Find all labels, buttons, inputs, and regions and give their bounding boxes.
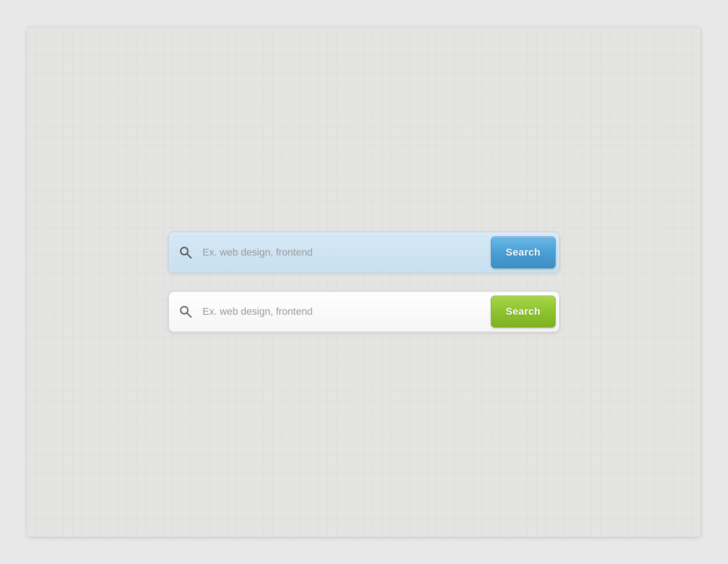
watermark [27,27,701,537]
search-icon-white [174,300,197,323]
search-icon-blue [174,241,197,264]
search-input-white[interactable] [197,295,491,328]
svg-line-1 [187,254,191,258]
search-input-blue[interactable] [197,236,491,269]
search-bar-blue: Search [168,232,560,273]
canvas: Search Search [27,27,701,537]
search-button-blue[interactable]: Search [491,237,556,268]
svg-line-3 [187,313,191,317]
search-bar-white: Search [168,291,560,332]
search-button-green[interactable]: Search [491,296,556,327]
